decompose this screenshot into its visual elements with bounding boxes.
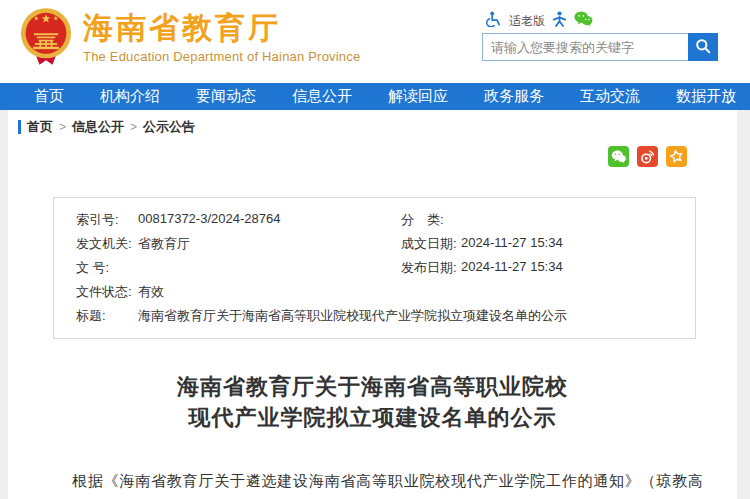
meta-value-publish-date: 2024-11-27 15:34	[461, 259, 563, 277]
wechat-icon[interactable]	[574, 11, 593, 31]
share-favorite-star-icon[interactable]	[666, 146, 687, 167]
meta-value-written-date: 2024-11-27 15:34	[461, 235, 563, 253]
nav-item-interaction[interactable]: 互动交流	[580, 87, 640, 106]
meta-value-doc-status: 有效	[138, 283, 164, 301]
meta-row: 文件状态: 有效	[54, 280, 695, 304]
meta-row: 发文机关: 省教育厅 成文日期: 2024-11-27 15:34	[54, 232, 695, 256]
wheelchair-accessibility-icon[interactable]	[486, 11, 502, 31]
elder-version-link[interactable]: 适老版	[509, 13, 545, 30]
meta-label-doc-title: 标题:	[76, 307, 138, 325]
meta-label-doc-number: 文 号:	[76, 259, 138, 277]
nav-item-open-data[interactable]: 数据开放	[676, 87, 736, 106]
article-title-line1: 海南省教育厅关于海南省高等职业院校	[8, 371, 737, 402]
breadcrumb-info-disclosure[interactable]: 信息公开	[72, 118, 124, 136]
meta-value-doc-title: 海南省教育厅关于海南省高等职业院校现代产业学院拟立项建设名单的公示	[138, 307, 567, 325]
breadcrumb-separator: >	[130, 120, 137, 134]
share-row	[8, 146, 737, 167]
meta-row: 标题: 海南省教育厅关于海南省高等职业院校现代产业学院拟立项建设名单的公示	[54, 304, 695, 328]
meta-row: 文 号: 发布日期: 2024-11-27 15:34	[54, 256, 695, 280]
meta-label-category: 分 类:	[401, 211, 461, 229]
search-button[interactable]	[688, 33, 718, 61]
site-header: 海南省教育厅 The Education Department of Haina…	[0, 0, 750, 83]
nav-item-interpretation[interactable]: 解读回应	[388, 87, 448, 106]
meta-label-written-date: 成文日期:	[401, 235, 461, 253]
share-weibo-icon[interactable]	[637, 146, 658, 167]
site-title: 海南省教育厅	[83, 11, 360, 45]
meta-label-issuing-agency: 发文机关:	[76, 235, 138, 253]
nav-item-gov-services[interactable]: 政务服务	[484, 87, 544, 106]
nav-item-info-disclosure[interactable]: 信息公开	[292, 87, 352, 106]
meta-label-index: 索引号:	[76, 211, 138, 229]
nav-item-news[interactable]: 要闻动态	[196, 87, 256, 106]
breadcrumb-home[interactable]: 首页	[27, 118, 53, 136]
breadcrumb-announcements[interactable]: 公示公告	[143, 118, 195, 136]
site-title-english: The Education Department of Hainan Provi…	[83, 49, 360, 64]
document-meta-table: 索引号: 00817372-3/2024-28764 分 类: 发文机关: 省教…	[53, 197, 696, 339]
article-title-line2: 现代产业学院拟立项建设名单的公示	[8, 402, 737, 433]
accessibility-person-icon[interactable]	[552, 11, 567, 31]
share-wechat-icon[interactable]	[608, 146, 629, 167]
breadcrumb-accent-bar	[18, 120, 21, 134]
main-nav: 首页 机构介绍 要闻动态 信息公开 解读回应 政务服务 互动交流 数据开放	[0, 83, 750, 110]
article-paragraph: 根据《海南省教育厅关于遴选建设海南省高等职业院校现代产业学院工作的通知》（琼教高…	[42, 467, 703, 499]
meta-row: 索引号: 00817372-3/2024-28764 分 类:	[54, 208, 695, 232]
national-emblem-icon	[20, 7, 72, 71]
nav-item-org-intro[interactable]: 机构介绍	[100, 87, 160, 106]
breadcrumb: 首页 > 信息公开 > 公示公告	[8, 110, 737, 136]
meta-value-index: 00817372-3/2024-28764	[138, 211, 280, 229]
meta-value-issuing-agency: 省教育厅	[138, 235, 190, 253]
breadcrumb-separator: >	[59, 120, 66, 134]
search-icon	[695, 38, 711, 57]
meta-label-doc-status: 文件状态:	[76, 283, 138, 301]
nav-item-home[interactable]: 首页	[34, 87, 64, 106]
article-title: 海南省教育厅关于海南省高等职业院校 现代产业学院拟立项建设名单的公示	[8, 371, 737, 433]
content-panel: 首页 > 信息公开 > 公示公告	[8, 110, 737, 499]
page-body: 首页 > 信息公开 > 公示公告	[0, 110, 750, 499]
meta-label-publish-date: 发布日期:	[401, 259, 461, 277]
header-utils: 适老版	[486, 12, 593, 30]
search-input[interactable]	[482, 33, 688, 61]
site-brand[interactable]: 海南省教育厅 The Education Department of Haina…	[20, 7, 360, 71]
search-bar	[482, 33, 718, 61]
